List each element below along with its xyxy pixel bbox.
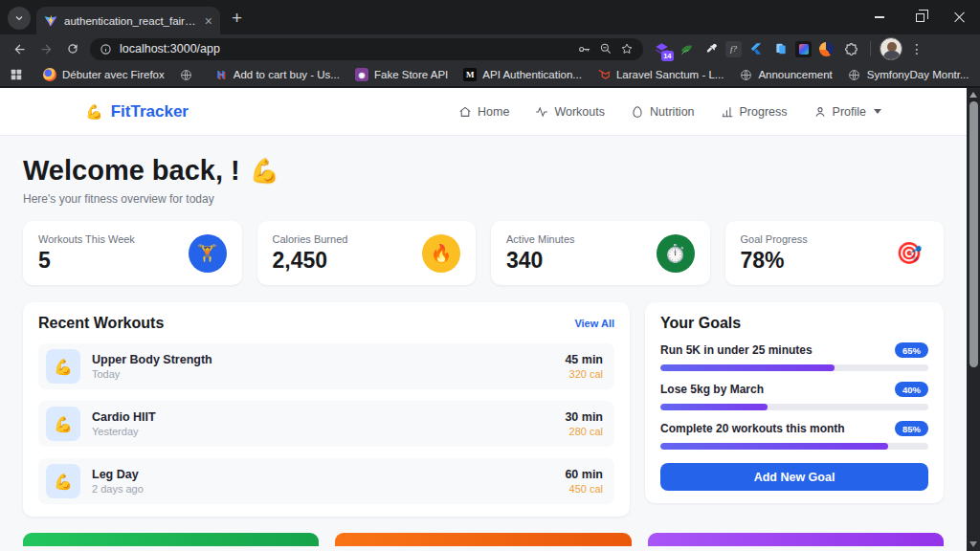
back-arrow-icon bbox=[12, 42, 27, 56]
page-title: Welcome back, ! 💪 bbox=[23, 155, 944, 187]
quick-action-green[interactable] bbox=[23, 533, 319, 546]
restore-button[interactable] bbox=[900, 0, 940, 34]
goal-percent-badge: 40% bbox=[895, 382, 928, 397]
quick-action-purple[interactable] bbox=[648, 533, 944, 546]
web-page: 💪 FitTracker Home Workouts bbox=[0, 88, 980, 551]
goal-progress-track bbox=[660, 404, 928, 410]
site-info-icon[interactable] bbox=[100, 43, 112, 55]
extension-pages-icon[interactable] bbox=[770, 38, 791, 59]
goal-item: Run 5K in under 25 minutes 65% bbox=[660, 342, 928, 371]
tab-close-button[interactable]: × bbox=[205, 14, 212, 28]
tab-title: authentication_react_fairbase bbox=[64, 15, 198, 27]
extension-flutter-icon[interactable] bbox=[746, 38, 767, 59]
nav-item-workouts[interactable]: Workouts bbox=[535, 105, 605, 119]
bookmark-label: Fake Store API bbox=[374, 69, 448, 80]
nav-item-nutrition[interactable]: Nutrition bbox=[631, 105, 695, 119]
muscle-emoji-icon: 💪 bbox=[46, 407, 80, 441]
bookmark-label: Débuter avec Firefox bbox=[62, 69, 165, 80]
page-scrollbar[interactable] bbox=[967, 88, 980, 551]
globe-icon bbox=[180, 68, 193, 81]
back-button[interactable] bbox=[6, 36, 33, 61]
browser-window: authentication_react_fairbase × + localh… bbox=[0, 0, 980, 551]
workout-row[interactable]: 💪 Cardio HIIT Yesterday 30 min 280 cal bbox=[38, 401, 614, 447]
bookmark-item[interactable]: Débuter avec Firefox bbox=[36, 66, 171, 83]
goal-percent-badge: 85% bbox=[895, 421, 928, 436]
bookmark-item[interactable]: M API Authentication... bbox=[457, 66, 589, 83]
window-controls bbox=[859, 0, 980, 34]
page-subtitle: Here's your fitness overview for today bbox=[23, 192, 944, 206]
stat-card-active-minutes: Active Minutes 340 ⏱️ bbox=[491, 221, 710, 285]
workout-duration: 30 min bbox=[565, 410, 603, 424]
apps-grid-icon[interactable] bbox=[10, 68, 23, 81]
goal-label: Complete 20 workouts this month bbox=[660, 422, 845, 435]
view-all-link[interactable]: View All bbox=[574, 318, 614, 329]
new-tab-button[interactable]: + bbox=[232, 9, 242, 27]
nav-item-progress[interactable]: Progress bbox=[721, 105, 788, 119]
bookmarks-bar: Débuter avec Firefox H Add to cart buy -… bbox=[0, 63, 980, 88]
quick-action-orange[interactable] bbox=[335, 533, 631, 546]
goal-item: Lose 5kg by March 40% bbox=[660, 382, 928, 410]
forward-button[interactable] bbox=[33, 36, 59, 61]
tab-search-button[interactable] bbox=[8, 7, 31, 30]
extension-function-icon[interactable]: f? bbox=[725, 41, 742, 57]
purple-api-icon: ◉ bbox=[355, 68, 368, 81]
medium-icon: M bbox=[463, 68, 477, 81]
bookmark-item[interactable]: SymfonyDay Montr... bbox=[841, 66, 976, 83]
fire-icon: 🔥 bbox=[422, 234, 460, 273]
reload-button[interactable] bbox=[59, 36, 86, 61]
minimize-button[interactable] bbox=[859, 0, 900, 34]
workout-row[interactable]: 💪 Leg Day 2 days ago 60 min 450 cal bbox=[38, 458, 614, 504]
nav-item-profile[interactable]: Profile bbox=[813, 105, 881, 119]
dashboard: Welcome back, ! 💪 Here's your fitness ov… bbox=[0, 136, 967, 546]
bookmark-item[interactable] bbox=[173, 66, 206, 83]
bookmark-item[interactable]: Announcement bbox=[732, 66, 838, 83]
extension-eyedropper-icon[interactable] bbox=[701, 38, 722, 59]
target-icon: 🎯 bbox=[890, 234, 928, 273]
bookmark-label: Announcement bbox=[758, 69, 832, 80]
egg-icon bbox=[631, 105, 644, 119]
chevron-down-icon bbox=[13, 12, 25, 24]
scrollbar-thumb[interactable] bbox=[969, 101, 978, 367]
goal-label: Lose 5kg by March bbox=[660, 383, 764, 396]
workout-row[interactable]: 💪 Upper Body Strength Today 45 min 320 c… bbox=[38, 343, 614, 389]
stat-value: 78% bbox=[741, 248, 808, 274]
extension-swirl-icon[interactable] bbox=[815, 38, 836, 59]
browser-menu-button[interactable]: ⋮ bbox=[910, 41, 924, 56]
bookmark-star-icon[interactable] bbox=[620, 42, 634, 55]
profile-avatar[interactable] bbox=[880, 37, 902, 60]
add-new-goal-button[interactable]: Add New Goal bbox=[660, 463, 928, 491]
workout-date: Today bbox=[92, 368, 212, 380]
bookmark-item[interactable]: Laravel Sanctum - L... bbox=[590, 66, 731, 83]
close-button[interactable] bbox=[940, 0, 980, 34]
scrollbar-down-arrow[interactable] bbox=[969, 541, 977, 547]
goal-percent-badge: 65% bbox=[895, 342, 928, 358]
extension-leaf-icon[interactable] bbox=[676, 38, 697, 59]
activity-icon bbox=[535, 105, 548, 119]
muscle-emoji-icon: 💪 bbox=[46, 464, 80, 498]
zoom-out-icon[interactable] bbox=[599, 42, 612, 55]
app-logo[interactable]: 💪 FitTracker bbox=[85, 102, 189, 121]
vite-favicon bbox=[44, 14, 57, 28]
bookmark-label: SymfonyDay Montr... bbox=[867, 69, 969, 80]
password-key-icon[interactable] bbox=[577, 42, 591, 56]
page-content: 💪 FitTracker Home Workouts bbox=[0, 88, 967, 551]
url-text[interactable]: localhost:3000/app bbox=[120, 42, 569, 55]
section-title: Your Goals bbox=[660, 315, 741, 332]
extension-layers-icon[interactable]: 14 bbox=[651, 38, 672, 59]
bookmark-item[interactable]: ◉ Fake Store API bbox=[348, 66, 455, 83]
extension-photo-icon[interactable] bbox=[795, 41, 812, 57]
scrollbar-up-arrow[interactable] bbox=[969, 92, 977, 98]
bar-chart-icon bbox=[721, 105, 734, 119]
stat-value: 2,450 bbox=[273, 248, 348, 274]
nav-item-home[interactable]: Home bbox=[458, 105, 509, 119]
chevron-down-icon bbox=[874, 109, 881, 114]
bookmark-item[interactable]: H Add to cart buy - Us... bbox=[208, 66, 346, 83]
extensions-puzzle-icon[interactable] bbox=[840, 38, 861, 59]
browser-tab[interactable]: authentication_react_fairbase × bbox=[36, 7, 220, 34]
address-bar[interactable]: localhost:3000/app bbox=[90, 38, 643, 60]
nav-label: Home bbox=[478, 105, 509, 119]
nav-label: Nutrition bbox=[650, 105, 695, 119]
goal-progress-fill bbox=[660, 443, 888, 450]
workout-name: Leg Day bbox=[92, 468, 144, 481]
close-icon bbox=[954, 11, 966, 23]
